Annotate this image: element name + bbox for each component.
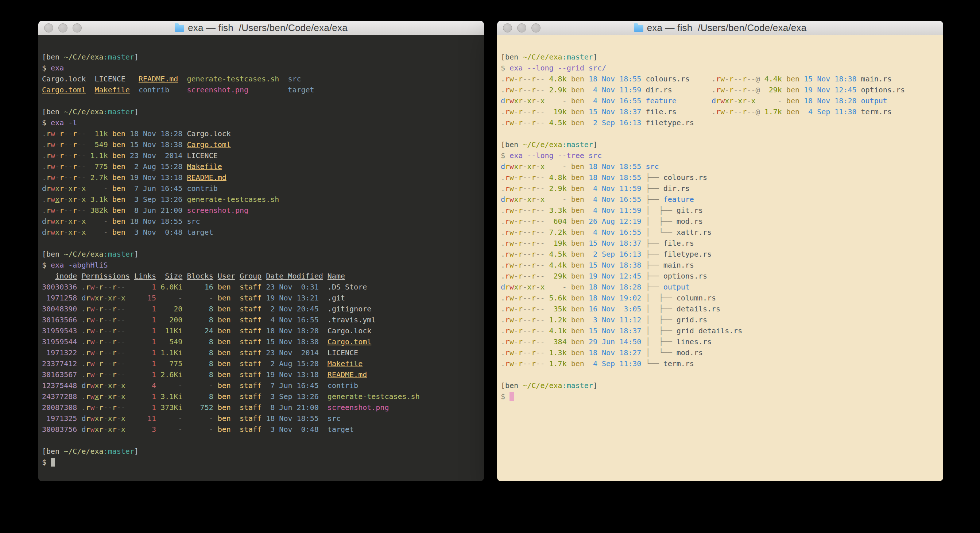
terminal-line: 30048390 .rw-r--r-- 1 20 8 ben staff 2 N…: [42, 303, 484, 314]
terminal-line: [42, 435, 484, 446]
terminal-line: .rwxr-xr-x 3.1k ben 3 Sep 13:26 generate…: [42, 194, 484, 205]
folder-icon: [634, 25, 643, 32]
terminal-window-right: exa — fish /Users/ben/Code/exa/exa [ben …: [497, 21, 943, 481]
titlebar-left[interactable]: exa — fish /Users/ben/Code/exa/exa: [38, 21, 484, 35]
terminal-line: .rw-r--r-- 35k ben 16 Nov 3:05 │ ├── det…: [501, 303, 943, 314]
terminal-line: .rw-r--r-- 2.7k ben 19 Nov 13:18 README.…: [42, 172, 484, 183]
terminal-line: .rw-r--r-- 3.3k ben 4 Nov 11:59 │ ├── gi…: [501, 205, 943, 216]
window-title: exa — fish /Users/ben/Code/exa/exa: [647, 22, 807, 34]
terminal-line: [501, 369, 943, 380]
terminal-line: 1971325 drwxr-xr-x 11 - - ben staff 18 N…: [42, 413, 484, 424]
terminal-line: 30163566 .rw-r--r-- 1 200 8 ben staff 4 …: [42, 314, 484, 325]
terminal-line: $ exa --long --tree src: [501, 150, 943, 161]
terminal-line: .rw-r--r-- 384 ben 29 Jun 14:50 │ ├── li…: [501, 336, 943, 347]
terminal-line: $ exa -abghHliS: [42, 260, 484, 271]
terminal-line: drwxr-xr-x - ben 4 Nov 16:55 feature drw…: [501, 95, 943, 106]
terminal-line: [ben ~/C/e/exa:master]: [42, 249, 484, 260]
terminal-line: .rw-r--r-- 2.9k ben 4 Nov 11:59 ├── dir.…: [501, 183, 943, 194]
terminal-line: .rw-r--r-- 1.2k ben 3 Nov 11:12 │ ├── gr…: [501, 314, 943, 325]
terminal-line: [ben ~/C/e/exa:master]: [42, 51, 484, 62]
terminal-line: drwxr-xr-x - ben 18 Nov 18:28 ├── output: [501, 281, 943, 292]
terminal-line: .rw-r--r-- 382k ben 8 Jun 21:00 screensh…: [42, 205, 484, 216]
terminal-line: [ben ~/C/e/exa:master]: [501, 380, 943, 391]
terminal-line: 30030336 .rw-r--r-- 1 6.0Ki 16 ben staff…: [42, 281, 484, 292]
title-group: exa — fish /Users/ben/Code/exa/exa: [175, 22, 348, 34]
terminal-line: .rw-r--r-- 1.7k ben 4 Sep 11:30 └── term…: [501, 358, 943, 369]
minimize-button[interactable]: [517, 23, 526, 32]
terminal-line: [42, 95, 484, 106]
terminal-line: .rw-r--r-- 19k ben 15 Nov 18:37 file.rs …: [501, 106, 943, 117]
terminal-line: [42, 238, 484, 249]
window-title: exa — fish /Users/ben/Code/exa/exa: [188, 22, 348, 34]
terminal-line: [501, 128, 943, 139]
terminal-line: .rw-r--r-- 4.8k ben 18 Nov 18:55 colours…: [501, 73, 943, 85]
terminal-output-dark[interactable]: [ben ~/C/e/exa:master]$ exaCargo.lock LI…: [38, 35, 484, 481]
traffic-lights: [44, 21, 82, 35]
terminal-line: 1971322 .rw-r--r-- 1 1.1Ki 8 ben staff 2…: [42, 347, 484, 358]
title-group: exa — fish /Users/ben/Code/exa/exa: [634, 22, 807, 34]
terminal-line: .rw-r--r-- 604 ben 26 Aug 12:19 │ ├── mo…: [501, 216, 943, 227]
terminal-line: 30163567 .rw-r--r-- 1 2.6Ki 8 ben staff …: [42, 369, 484, 380]
terminal-line: [ben ~/C/e/exa:master]: [501, 139, 943, 150]
terminal-line: 1971258 drwxr-xr-x 15 - - ben staff 19 N…: [42, 292, 484, 303]
terminal-line: [ben ~/C/e/exa:master]: [42, 106, 484, 117]
terminal-line: Cargo.toml Makefile contrib screenshot.p…: [42, 85, 484, 95]
close-button[interactable]: [44, 23, 53, 32]
terminal-line: .rw-r--r-- 4.5k ben 2 Sep 16:13 ├── file…: [501, 249, 943, 260]
terminal-line: 31959544 .rw-r--r-- 1 549 8 ben staff 15…: [42, 336, 484, 347]
terminal-line: drwxr-xr-x - ben 4 Nov 16:55 ├── feature: [501, 194, 943, 205]
terminal-line: .rw-r--r-- 1.1k ben 23 Nov 2014 LICENCE: [42, 150, 484, 161]
terminal-window-left: exa — fish /Users/ben/Code/exa/exa [ben …: [38, 21, 484, 481]
terminal-line: 24377288 .rwxr-xr-x 1 3.1Ki 8 ben staff …: [42, 391, 484, 402]
terminal-line: 23377412 .rw-r--r-- 1 775 8 ben staff 2 …: [42, 358, 484, 369]
terminal-line: .rw-r--r-- 4.5k ben 2 Sep 16:13 filetype…: [501, 117, 943, 128]
terminal-line: .rw-r--r-- 2.9k ben 4 Nov 11:59 dir.rs .…: [501, 85, 943, 95]
terminal-line: drwxr-xr-x - ben 18 Nov 18:55 src: [42, 216, 484, 227]
terminal-line: drwxr-xr-x - ben 18 Nov 18:55 src: [501, 161, 943, 172]
traffic-lights: [503, 21, 541, 35]
close-button[interactable]: [503, 23, 512, 32]
terminal-line: .rw-r--r-- 4.1k ben 15 Nov 18:37 │ ├── g…: [501, 325, 943, 336]
terminal-line: $: [501, 391, 943, 402]
terminal-line: 30083756 drwxr-xr-x 3 - - ben staff 3 No…: [42, 424, 484, 435]
minimize-button[interactable]: [58, 23, 67, 32]
terminal-line: Cargo.lock LICENCE README.md generate-te…: [42, 73, 484, 85]
zoom-button[interactable]: [531, 23, 541, 32]
terminal-line: 31959543 .rw-r--r-- 1 11Ki 24 ben staff …: [42, 325, 484, 336]
terminal-line: $ exa: [42, 62, 484, 73]
terminal-line: .rw-r--r-- 5.6k ben 18 Nov 19:02 │ ├── c…: [501, 292, 943, 303]
terminal-line: [ben ~/C/e/exa:master]: [42, 446, 484, 457]
terminal-line: drwxr-xr-x - ben 7 Jun 16:45 contrib: [42, 183, 484, 194]
terminal-line: 20087308 .rw-r--r-- 1 373Ki 752 ben staf…: [42, 402, 484, 413]
terminal-line: .rw-r--r-- 29k ben 19 Nov 12:45 ├── opti…: [501, 271, 943, 281]
terminal-line: [ben ~/C/e/exa:master]: [501, 51, 943, 62]
terminal-line: $ exa -l: [42, 117, 484, 128]
terminal-line: inode Permissions Links Size Blocks User…: [42, 271, 484, 281]
folder-icon: [175, 25, 184, 32]
terminal-line: $: [42, 457, 484, 468]
terminal-output-light[interactable]: [ben ~/C/e/exa:master]$ exa --long --gri…: [497, 35, 943, 481]
terminal-line: .rw-r--r-- 775 ben 2 Aug 15:28 Makefile: [42, 161, 484, 172]
terminal-line: $ exa --long --grid src/: [501, 62, 943, 73]
terminal-line: .rw-r--r-- 4.8k ben 18 Nov 18:55 ├── col…: [501, 172, 943, 183]
terminal-line: .rw-r--r-- 19k ben 15 Nov 18:37 ├── file…: [501, 238, 943, 249]
titlebar-right[interactable]: exa — fish /Users/ben/Code/exa/exa: [497, 21, 943, 35]
terminal-line: .rw-r--r-- 1.3k ben 18 Nov 18:27 │ └── m…: [501, 347, 943, 358]
terminal-line: .rw-r--r-- 4.4k ben 15 Nov 18:38 ├── mai…: [501, 260, 943, 271]
terminal-line: .rw-r--r-- 549 ben 15 Nov 18:38 Cargo.to…: [42, 139, 484, 150]
terminal-line: .rw-r--r-- 11k ben 18 Nov 18:28 Cargo.lo…: [42, 128, 484, 139]
terminal-line: drwxr-xr-x - ben 3 Nov 0:48 target: [42, 227, 484, 238]
terminal-line: .rw-r--r-- 7.2k ben 4 Nov 16:55 │ └── xa…: [501, 227, 943, 238]
zoom-button[interactable]: [73, 23, 82, 32]
terminal-line: 12375448 drwxr-xr-x 4 - - ben staff 7 Ju…: [42, 380, 484, 391]
